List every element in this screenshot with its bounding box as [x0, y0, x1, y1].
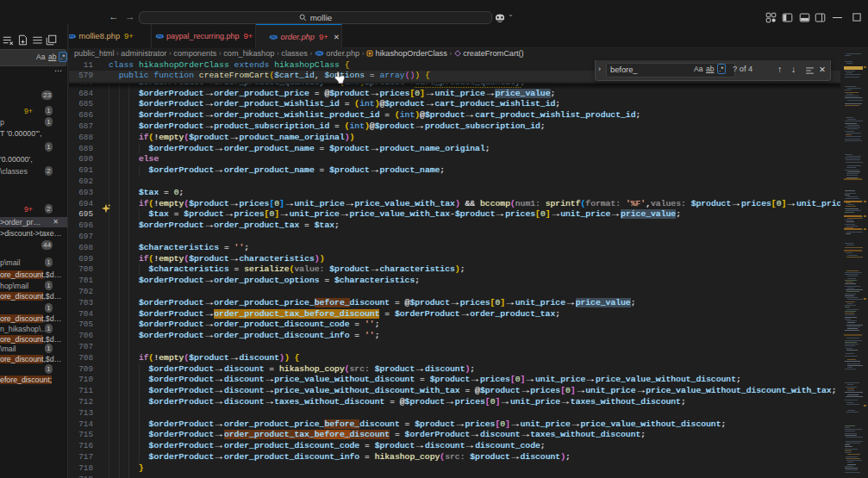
svg-text:php: php	[157, 34, 162, 38]
svg-text:php: php	[70, 34, 75, 38]
svg-text:php: php	[316, 52, 322, 55]
svg-text:php: php	[272, 35, 277, 39]
